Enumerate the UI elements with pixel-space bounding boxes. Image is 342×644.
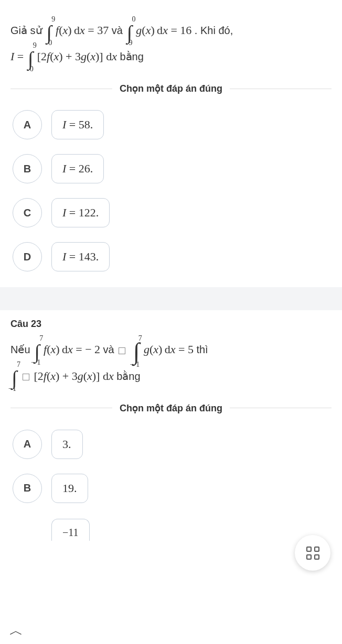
int2-g: g bbox=[136, 24, 142, 37]
option-c[interactable]: C I = 122. bbox=[13, 198, 332, 227]
divider-line-right bbox=[230, 89, 332, 89]
q23-val2: = 5 bbox=[178, 343, 194, 356]
q23-option-a-box[interactable]: 3. bbox=[51, 430, 83, 459]
q23-option-b-box[interactable]: 19. bbox=[51, 474, 88, 503]
int3-lower: 0 bbox=[30, 61, 34, 78]
choose-divider: Chọn một đáp án đúng bbox=[10, 83, 332, 94]
q22-line2-post: bằng bbox=[120, 51, 143, 62]
q22-val1: = 37 bbox=[88, 24, 109, 37]
int2-x: x bbox=[146, 24, 151, 37]
grid-menu-button[interactable] bbox=[295, 535, 330, 541]
q22-I: I bbox=[10, 50, 14, 63]
option-a-letter[interactable]: A bbox=[13, 110, 42, 139]
option-d-letter[interactable]: D bbox=[13, 242, 42, 271]
q23-integral-1: 7 ∫ − 1 bbox=[34, 338, 39, 363]
option-d-box[interactable]: I = 143. bbox=[51, 242, 110, 271]
int2-x2: x bbox=[163, 24, 168, 37]
q22-int3-body: [2f(x) + 3g(x)] dx bbox=[37, 50, 117, 63]
int1-paren: ( bbox=[59, 24, 62, 37]
q23-mid: và bbox=[103, 344, 117, 355]
option-b[interactable]: B I = 26. bbox=[13, 154, 332, 183]
q22-eq: = bbox=[17, 50, 27, 63]
question-23: Câu 23 Nếu 7 ∫ − 1 f(x) dx = − 2 và 7 ∫ … bbox=[0, 310, 342, 519]
option-d[interactable]: D I = 143. bbox=[13, 242, 332, 271]
option-a-box[interactable]: I = 58. bbox=[51, 110, 104, 139]
divider-line-right bbox=[230, 408, 332, 408]
q22-options: A I = 58. B I = 26. C I = 122. D I = 143… bbox=[10, 110, 332, 271]
option-c-letter[interactable]: C bbox=[13, 198, 42, 227]
q23-int3-upper: 7 bbox=[17, 357, 20, 373]
q23-int3-lower: −1 bbox=[8, 381, 16, 397]
int1-d: ) d bbox=[68, 24, 80, 37]
q23-options: A 3. B 19. bbox=[10, 430, 332, 503]
option-a[interactable]: A I = 58. bbox=[13, 110, 332, 139]
q23-val1: = − 2 bbox=[76, 343, 100, 356]
option-b-box[interactable]: I = 26. bbox=[51, 154, 104, 183]
q23-int1-upper: 7 bbox=[39, 331, 43, 347]
q23-option-b-letter[interactable]: B bbox=[13, 474, 42, 503]
q23-pre: Nếu bbox=[10, 344, 33, 355]
int1-upper: 9 bbox=[51, 12, 55, 28]
integral-2: 0 ∫ 9 bbox=[126, 19, 132, 44]
int1-lower: 0 bbox=[48, 35, 52, 51]
q23-int2-upper: 7 bbox=[138, 331, 142, 347]
integral-1: 9 ∫ 0 bbox=[46, 19, 51, 44]
q23-int3-body: [2f(x) + 3g(x)] dx bbox=[34, 369, 113, 383]
question-23-title: Câu 23 bbox=[10, 319, 332, 330]
placeholder-square-2 bbox=[23, 374, 29, 380]
divider-line-left bbox=[10, 89, 112, 89]
q23-int2-lower: − 1 bbox=[130, 357, 140, 373]
q23-integral-3: 7 ∫ −1 bbox=[12, 364, 17, 389]
divider-line-left bbox=[10, 408, 112, 408]
q23-post: thì bbox=[196, 344, 208, 355]
q23-option-a-letter[interactable]: A bbox=[13, 430, 42, 459]
int2-d: ) d bbox=[151, 24, 163, 37]
q22-pre-text: Giả sử bbox=[10, 25, 45, 36]
option-c-box[interactable]: I = 122. bbox=[51, 198, 110, 227]
int2-lower: 9 bbox=[129, 35, 132, 51]
q23-option-a[interactable]: A 3. bbox=[13, 430, 332, 459]
int2-upper: 0 bbox=[132, 12, 135, 28]
q23-int2-body: g(x) dx bbox=[144, 343, 176, 356]
question-23-prompt: Nếu 7 ∫ − 1 f(x) dx = − 2 và 7 ∫ − 1 g(x… bbox=[10, 337, 332, 390]
q23-choose-divider: Chọn một đáp án đúng bbox=[10, 402, 332, 414]
option-b-letter[interactable]: B bbox=[13, 154, 42, 183]
placeholder-square-1 bbox=[119, 347, 125, 354]
question-22: Giả sử 9 ∫ 0 f(x) dx = 37 và 0 ∫ 9 g(x) … bbox=[0, 6, 342, 287]
q22-val2: = 16 bbox=[170, 24, 191, 37]
q23-choose-text: Chọn một đáp án đúng bbox=[112, 402, 230, 414]
q23-option-cut[interactable]: −11 bbox=[51, 519, 90, 541]
int3-upper: 9 bbox=[33, 38, 37, 54]
choose-text: Chọn một đáp án đúng bbox=[112, 83, 230, 94]
question-22-prompt: Giả sử 9 ∫ 0 f(x) dx = 37 và 0 ∫ 9 g(x) … bbox=[10, 18, 332, 70]
q23-int1-body: f(x) dx bbox=[44, 343, 73, 356]
int1-x2: x bbox=[80, 24, 85, 37]
q23-option-b[interactable]: B 19. bbox=[13, 474, 332, 503]
integral-3: 9 ∫ 0 bbox=[28, 45, 33, 70]
q22-mid: và bbox=[112, 25, 126, 36]
q22-post: . Khi đó, bbox=[195, 25, 233, 36]
q23-int1-lower: − 1 bbox=[31, 355, 40, 371]
section-gap bbox=[0, 287, 342, 310]
question-22-title-cut: Câu 22 bbox=[0, 0, 342, 6]
int2-paren: ( bbox=[142, 24, 145, 37]
q23-integral-2: 7 ∫ − 1 bbox=[133, 338, 140, 364]
int1-x: x bbox=[63, 24, 68, 37]
